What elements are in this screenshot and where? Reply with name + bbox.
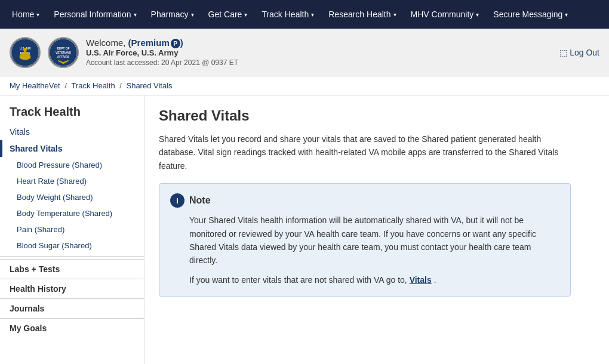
page-title: Shared Vitals (159, 107, 595, 124)
breadcrumb-shared-vitals[interactable]: Shared Vitals (126, 81, 172, 90)
nav-track-health-caret: ▾ (311, 11, 314, 18)
nav-get-care[interactable]: Get Care ▾ (201, 0, 255, 29)
nav-home[interactable]: Home ▾ (5, 0, 47, 29)
breadcrumb-track-health[interactable]: Track Health (71, 81, 115, 90)
sidebar-divider-1 (0, 256, 144, 257)
header-left: U.S. AIR FORCE DEPT OF VETERANS AFFAIRS … (10, 37, 238, 68)
nav-personal-info-caret: ▾ (134, 11, 137, 18)
header-user-info: Welcome, (PremiumP) U.S. Air Force, U.S.… (86, 38, 238, 67)
sidebar-category-health-history[interactable]: Health History (0, 279, 144, 298)
nav-research-health-caret: ▾ (393, 11, 396, 18)
note-footer: If you want to enter vitals that are not… (170, 273, 559, 286)
svg-text:AFFAIRS: AFFAIRS (57, 55, 69, 58)
air-force-logo: U.S. AIR FORCE (10, 37, 41, 68)
sidebar: Track Health Vitals Shared Vitals Blood … (0, 95, 144, 364)
note-header: i Note (170, 193, 559, 208)
nav-secure-messaging[interactable]: Secure Messaging ▾ (486, 0, 575, 29)
note-title: Note (189, 195, 211, 206)
nav-research-health[interactable]: Research Health ▾ (321, 0, 403, 29)
logout-icon: ⬚ (559, 48, 567, 57)
nav-personal-information[interactable]: Personal Information ▾ (47, 0, 143, 29)
va-logo: DEPT OF VETERANS AFFAIRS (48, 37, 79, 68)
sidebar-item-pain[interactable]: Pain (Shared) (0, 221, 144, 237)
nav-home-caret: ▾ (36, 11, 39, 18)
nav-pharmacy-caret: ▾ (191, 11, 194, 18)
sidebar-item-blood-pressure[interactable]: Blood Pressure (Shared) (0, 157, 144, 173)
premium-label: Premium (131, 38, 170, 48)
branch-line: U.S. Air Force, U.S. Army (86, 48, 238, 57)
nav-get-care-caret: ▾ (244, 11, 247, 18)
sidebar-item-body-temperature[interactable]: Body Temperature (Shared) (0, 205, 144, 221)
premium-close: ) (180, 38, 183, 48)
main-navigation: Home ▾ Personal Information ▾ Pharmacy ▾… (0, 0, 609, 29)
premium-p-badge: P (171, 39, 180, 48)
sidebar-item-heart-rate[interactable]: Heart Rate (Shared) (0, 173, 144, 189)
info-icon: i (170, 193, 184, 208)
svg-text:DEPT OF: DEPT OF (57, 47, 70, 50)
main-layout: Track Health Vitals Shared Vitals Blood … (0, 95, 609, 364)
page-header: U.S. AIR FORCE DEPT OF VETERANS AFFAIRS … (0, 29, 609, 76)
nav-mhv-community-caret: ▾ (476, 11, 479, 18)
nav-mhv-community[interactable]: MHV Community ▾ (404, 0, 487, 29)
sidebar-item-shared-vitals[interactable]: Shared Vitals (0, 140, 144, 157)
sidebar-item-body-weight[interactable]: Body Weight (Shared) (0, 189, 144, 205)
svg-point-5 (23, 48, 27, 51)
sidebar-item-blood-sugar[interactable]: Blood Sugar (Shared) (0, 237, 144, 254)
breadcrumb-myhealthevet[interactable]: My HealtheVet (10, 81, 60, 90)
nav-secure-messaging-caret: ▾ (565, 11, 568, 18)
sidebar-category-my-goals[interactable]: My Goals (0, 318, 144, 338)
logout-button[interactable]: ⬚ Log Out (559, 48, 599, 57)
sidebar-category-journals[interactable]: Journals (0, 298, 144, 318)
note-box: i Note Your Shared Vitals health informa… (159, 183, 571, 297)
access-line: Account last accessed: 20 Apr 2021 @ 093… (86, 58, 238, 67)
content-description: Shared Vitals let you record and share y… (159, 132, 565, 172)
main-content: Shared Vitals Shared Vitals let you reco… (144, 95, 609, 364)
breadcrumb-sep-1: / (64, 81, 69, 90)
breadcrumb: My HealtheVet / Track Health / Shared Vi… (0, 76, 609, 95)
note-text: Your Shared Vitals health information wi… (170, 214, 559, 267)
sidebar-category-labs-tests[interactable]: Labs + Tests (0, 259, 144, 279)
welcome-line: Welcome, (PremiumP) (86, 38, 238, 49)
nav-track-health[interactable]: Track Health ▾ (254, 0, 321, 29)
vitals-link[interactable]: Vitals (410, 275, 432, 285)
nav-pharmacy[interactable]: Pharmacy ▾ (144, 0, 201, 29)
svg-text:VETERANS: VETERANS (56, 51, 71, 54)
sidebar-item-vitals[interactable]: Vitals (0, 124, 144, 140)
breadcrumb-sep-2: / (119, 81, 124, 90)
sidebar-section-title: Track Health (0, 95, 144, 124)
